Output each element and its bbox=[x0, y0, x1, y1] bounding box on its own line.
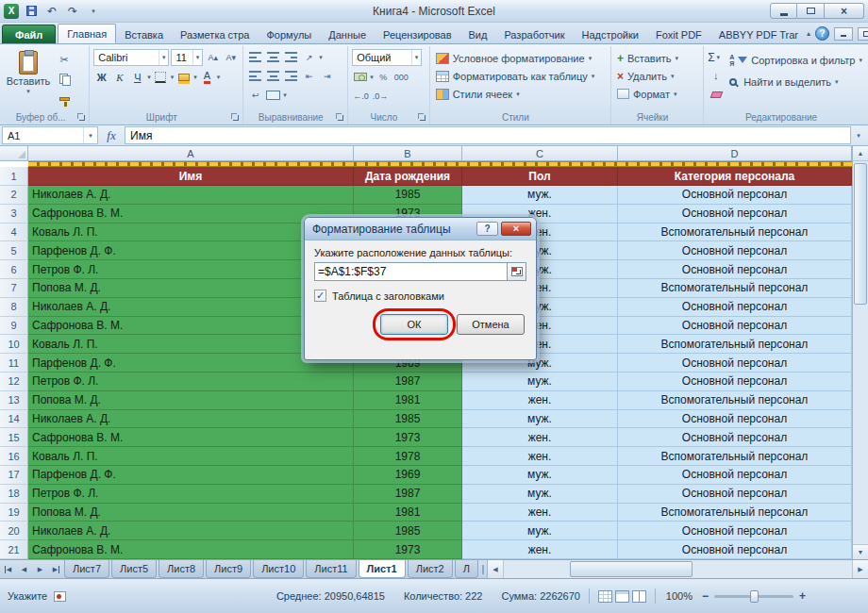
cell[interactable]: Коваль Л. П. bbox=[28, 447, 354, 466]
sheet-tab-Лист10[interactable]: Лист10 bbox=[253, 560, 304, 578]
first-sheet-icon[interactable]: ◀ bbox=[0, 560, 16, 578]
cell[interactable]: жен. bbox=[462, 504, 618, 522]
cancel-button[interactable]: Отмена bbox=[457, 314, 525, 335]
paste-button[interactable]: Вставить ▾ bbox=[6, 49, 51, 106]
name-box[interactable]: A1 ▾ bbox=[2, 126, 98, 144]
decrease-indent-button[interactable]: ⇤ bbox=[301, 68, 317, 84]
font-color-button[interactable]: А bbox=[199, 69, 215, 85]
borders-button[interactable] bbox=[153, 69, 169, 85]
cell[interactable]: Сафронова В. М. bbox=[28, 428, 354, 447]
format-painter-button[interactable] bbox=[55, 90, 74, 106]
cell[interactable]: Основной персонал bbox=[618, 522, 852, 540]
workbook-restore-button[interactable] bbox=[858, 27, 868, 41]
wrap-text-button[interactable]: ↩ bbox=[247, 87, 263, 103]
row-header[interactable]: 3 bbox=[0, 205, 28, 224]
ribbon-tab-Разработчик[interactable]: Разработчик bbox=[495, 25, 573, 43]
delete-cells-button[interactable]: × Удалить ▾ bbox=[615, 67, 699, 85]
cell[interactable]: Вспомогательный персонал bbox=[618, 335, 852, 354]
number-format-select[interactable]: Общий ▾ bbox=[352, 49, 422, 66]
chevron-down-icon[interactable]: ▾ bbox=[83, 127, 97, 143]
cell[interactable]: Основной персонал bbox=[618, 540, 852, 559]
header-cell[interactable]: Дата рождения bbox=[354, 167, 462, 186]
row-header[interactable]: 11 bbox=[0, 354, 28, 373]
row-header[interactable]: 10 bbox=[0, 335, 28, 354]
column-header-C[interactable]: C bbox=[462, 146, 618, 161]
cell[interactable]: Вспомогательный персонал bbox=[618, 504, 852, 522]
dialog-title-bar[interactable]: Форматирование таблицы ? × bbox=[305, 218, 536, 240]
cell[interactable]: Вспомогательный персонал bbox=[618, 447, 852, 466]
cell[interactable]: 1985 bbox=[354, 186, 462, 205]
insert-cells-button[interactable]: + Вставить ▾ bbox=[615, 49, 699, 67]
qat-dropdown-icon[interactable]: ▾ bbox=[85, 3, 102, 20]
ribbon-tab-Foxit PDF[interactable]: Foxit PDF bbox=[647, 25, 710, 43]
conditional-formatting-button[interactable]: Условное форматирование ▾ bbox=[434, 49, 607, 67]
cell[interactable]: муж. bbox=[462, 485, 618, 504]
cell[interactable]: муж. bbox=[462, 373, 618, 391]
cell[interactable]: Основной персонал bbox=[618, 298, 852, 317]
scrollbar-track[interactable] bbox=[504, 560, 852, 578]
row-header[interactable]: 1 bbox=[0, 167, 28, 186]
sheet-tab-Лист8[interactable]: Лист8 bbox=[159, 560, 204, 578]
normal-view-icon[interactable] bbox=[598, 590, 612, 603]
row-header[interactable]: 12 bbox=[0, 373, 28, 391]
zoom-out-icon[interactable]: − bbox=[702, 589, 709, 603]
sheet-tab-Лист5[interactable]: Лист5 bbox=[111, 560, 157, 578]
increase-decimal-button[interactable]: ←.0 bbox=[352, 88, 370, 104]
cell[interactable]: муж. bbox=[462, 466, 618, 485]
cell[interactable]: 1973 bbox=[354, 540, 462, 559]
cell[interactable]: Попова М. Д. bbox=[28, 391, 354, 410]
formula-input[interactable]: Имя bbox=[125, 126, 851, 144]
row-header[interactable]: 4 bbox=[0, 224, 28, 242]
scroll-left-icon[interactable]: ◀ bbox=[488, 560, 504, 578]
horizontal-scrollbar[interactable]: ◀ ▶ bbox=[487, 560, 868, 578]
ribbon-tab-Рецензировав[interactable]: Рецензировав bbox=[375, 25, 459, 43]
sheet-tab-Лист9[interactable]: Лист9 bbox=[206, 560, 251, 578]
redo-button[interactable]: ↷ bbox=[64, 3, 81, 20]
cell[interactable]: 1985 bbox=[354, 410, 462, 429]
cell[interactable]: Вспомогательный персонал bbox=[618, 279, 852, 298]
align-right-button[interactable] bbox=[283, 68, 299, 84]
cell[interactable]: Основной персонал bbox=[618, 205, 852, 224]
row-header[interactable]: 13 bbox=[0, 391, 28, 410]
cell[interactable]: Основной персонал bbox=[618, 373, 852, 391]
zoom-in-icon[interactable]: + bbox=[799, 589, 806, 603]
underline-button[interactable]: Ч bbox=[129, 69, 145, 85]
cell[interactable]: жен. bbox=[462, 447, 618, 466]
row-header[interactable]: 15 bbox=[0, 428, 28, 447]
zoom-thumb[interactable] bbox=[750, 590, 759, 603]
cell[interactable]: Попова М. Д. bbox=[28, 504, 354, 522]
align-bottom-button[interactable] bbox=[283, 49, 299, 65]
currency-format-button[interactable] bbox=[352, 69, 368, 85]
sheet-tab-Лист1[interactable]: Лист1 bbox=[359, 560, 406, 578]
column-header-B[interactable]: B bbox=[354, 146, 462, 161]
row-header[interactable]: 6 bbox=[0, 260, 28, 279]
dialog-close-button[interactable]: × bbox=[501, 222, 531, 236]
ribbon-tab-Главная[interactable]: Главная bbox=[58, 24, 116, 43]
scrollbar-thumb[interactable] bbox=[570, 561, 693, 577]
cell[interactable]: Основной персонал bbox=[618, 485, 852, 504]
align-middle-button[interactable] bbox=[265, 49, 281, 65]
ribbon-tab-Вставка[interactable]: Вставка bbox=[116, 25, 172, 43]
minimize-button[interactable] bbox=[770, 3, 797, 19]
undo-button[interactable]: ↶ bbox=[43, 3, 60, 20]
cell[interactable]: муж. bbox=[462, 186, 618, 205]
row-header[interactable]: 16 bbox=[0, 447, 28, 466]
scroll-down-icon[interactable]: ▼ bbox=[853, 544, 868, 559]
cell[interactable]: Основной персонал bbox=[618, 260, 852, 279]
cell[interactable]: 1973 bbox=[354, 428, 462, 447]
last-sheet-icon[interactable]: ▶ bbox=[48, 560, 64, 578]
row-header[interactable]: 20 bbox=[0, 522, 28, 540]
vertical-scrollbar[interactable]: ▲ ▼ bbox=[852, 146, 868, 559]
cell[interactable]: жен. bbox=[462, 428, 618, 447]
fill-color-button[interactable] bbox=[175, 69, 192, 85]
row-header[interactable]: 8 bbox=[0, 298, 28, 317]
cell[interactable]: Николаев А. Д. bbox=[28, 522, 354, 540]
cell[interactable]: жен. bbox=[462, 391, 618, 410]
cell[interactable]: Парфенов Д. Ф. bbox=[28, 466, 354, 485]
cell[interactable]: Основной персонал bbox=[618, 466, 852, 485]
row-header[interactable]: 14 bbox=[0, 410, 28, 429]
format-cells-button[interactable]: Формат ▾ bbox=[615, 85, 699, 103]
header-cell[interactable]: Пол bbox=[462, 167, 618, 186]
page-break-view-icon[interactable] bbox=[632, 590, 646, 603]
row-header[interactable]: 2 bbox=[0, 186, 28, 205]
